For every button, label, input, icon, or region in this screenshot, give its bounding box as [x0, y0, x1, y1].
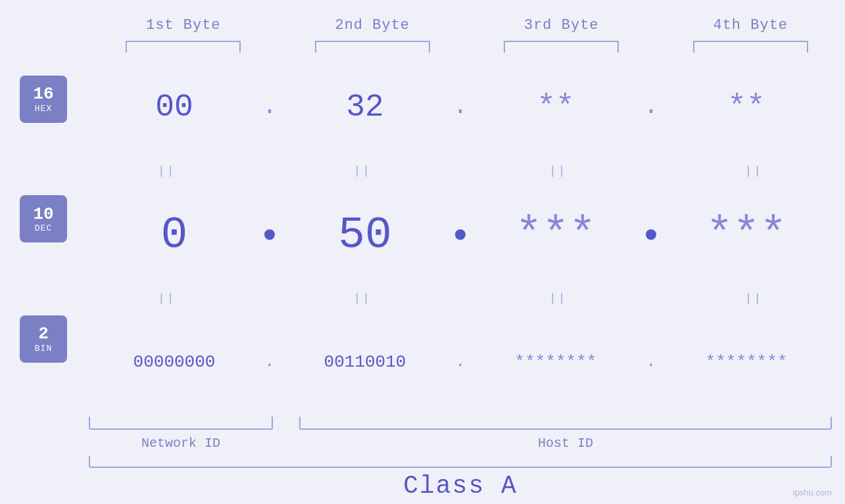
eq2-1: || — [89, 292, 245, 305]
dec-dot-3 — [641, 229, 661, 240]
eq2-3: || — [480, 292, 637, 305]
dec-row: 0 50 *** *** — [89, 180, 832, 289]
hex-dot-3: . — [641, 95, 661, 119]
badge-hex-number: 16 — [33, 85, 53, 104]
hex-dot-1: . — [260, 95, 279, 119]
host-id-label: Host ID — [299, 436, 832, 451]
equals-row-2: || || || || — [89, 289, 832, 308]
dec-cell-2: 50 — [279, 210, 450, 260]
bin-cell-1: 00000000 — [89, 352, 260, 372]
bracket-3 — [504, 41, 619, 53]
host-bracket — [299, 417, 832, 430]
dec-dot-char-1 — [264, 229, 275, 240]
hex-value-4: ** — [727, 89, 765, 125]
badge-dec-number: 10 — [33, 205, 53, 224]
bin-value-1: 00000000 — [133, 352, 216, 372]
class-row: Class A — [89, 468, 832, 504]
network-host-labels: Network ID Host ID — [89, 430, 832, 456]
dec-dot-1 — [260, 229, 279, 240]
bin-dot-3: . — [641, 354, 661, 370]
badge-dec: 10 DEC — [20, 195, 67, 242]
bin-value-4: ******** — [706, 352, 788, 372]
bottom-brackets-area: Network ID Host ID Class A — [89, 417, 832, 504]
dec-cell-3: *** — [470, 210, 641, 260]
bracket-cell-1 — [89, 41, 278, 53]
dec-dot-char-2 — [455, 229, 466, 240]
badge-hex-label: HEX — [35, 104, 52, 114]
bracket-1 — [126, 41, 241, 53]
dec-value-4: *** — [706, 210, 786, 260]
badge-hex: 16 HEX — [20, 76, 67, 123]
byte-label-3: 3rd Byte — [467, 17, 656, 34]
byte-label-4: 4th Byte — [656, 17, 846, 34]
dec-value-2: 50 — [338, 210, 392, 260]
eq-4: || — [676, 164, 833, 177]
bin-row: 00000000 . 00110010 . ******** . *******… — [89, 308, 832, 417]
top-brackets — [89, 38, 845, 53]
bin-value-3: ******** — [515, 352, 597, 372]
bin-cell-3: ******** — [470, 352, 641, 372]
bracket-cell-4 — [656, 41, 846, 53]
dec-cell-1: 0 — [89, 210, 260, 260]
byte-label-1: 1st Byte — [89, 17, 278, 34]
main-container: 1st Byte 2nd Byte 3rd Byte 4th Byte 00 .… — [0, 0, 845, 504]
watermark: ipshu.com — [793, 488, 832, 497]
eq2-2: || — [285, 292, 441, 305]
bin-value-2: 00110010 — [324, 352, 406, 372]
bottom-bracket-row — [89, 417, 832, 430]
network-id-label: Network ID — [89, 436, 273, 451]
hex-cell-2: 32 — [279, 89, 450, 125]
bin-dot-1: . — [260, 354, 279, 370]
byte-labels-row: 1st Byte 2nd Byte 3rd Byte 4th Byte — [89, 12, 845, 38]
bracket-2 — [315, 41, 430, 53]
hex-value-1: 00 — [155, 89, 193, 125]
bin-cell-2: 00110010 — [279, 352, 450, 372]
eq-2: || — [285, 164, 441, 177]
hex-value-3: ** — [537, 89, 575, 125]
dec-cell-4: *** — [661, 210, 832, 260]
bin-cell-4: ******** — [661, 352, 832, 372]
badge-bin-number: 2 — [38, 325, 49, 344]
dec-value-3: *** — [516, 210, 596, 260]
hex-dot-2: . — [450, 95, 470, 119]
eq-1: || — [89, 164, 245, 177]
bin-dot-2: . — [450, 354, 470, 370]
dec-dot-char-3 — [646, 229, 656, 240]
hex-cell-4: ** — [661, 89, 832, 125]
badge-bin-label: BIN — [35, 344, 52, 354]
bracket-spacer — [273, 417, 299, 430]
hex-value-2: 32 — [346, 89, 384, 125]
badge-dec-label: DEC — [35, 223, 52, 233]
bracket-cell-2 — [278, 41, 468, 53]
badges-column: 16 HEX 10 DEC 2 BIN — [20, 0, 67, 504]
equals-row-1: || || || || — [89, 162, 832, 180]
bracket-4 — [693, 41, 808, 53]
eq2-4: || — [676, 292, 833, 305]
dec-dot-2 — [450, 229, 470, 240]
hex-cell-3: ** — [470, 89, 641, 125]
badge-bin: 2 BIN — [20, 315, 67, 363]
network-bracket — [89, 417, 273, 430]
eq-3: || — [480, 164, 637, 177]
class-label: Class A — [403, 472, 518, 500]
hex-cell-1: 00 — [89, 89, 260, 125]
dec-value-1: 0 — [161, 210, 188, 260]
hex-row: 00 . 32 . ** . ** — [89, 53, 832, 162]
overall-bracket — [89, 456, 832, 468]
bracket-cell-3 — [467, 41, 656, 53]
byte-label-2: 2nd Byte — [278, 17, 468, 34]
